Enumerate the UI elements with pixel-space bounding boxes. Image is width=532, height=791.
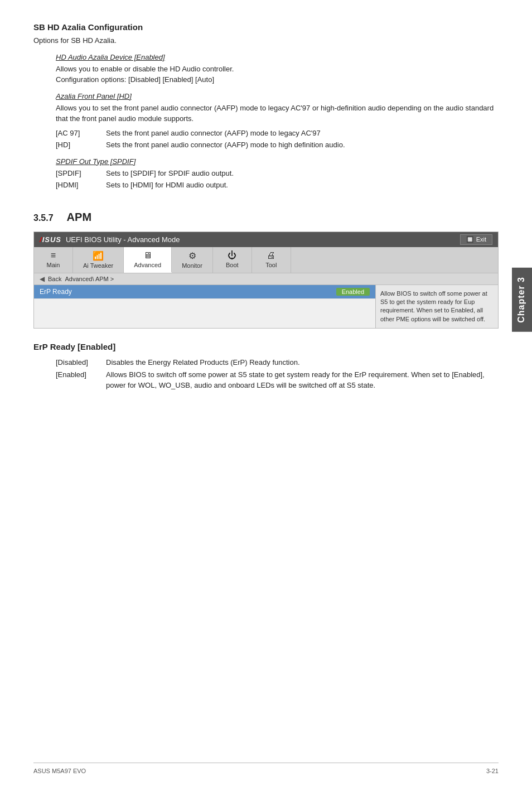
breadcrumb-path: Advanced\ APM > [65, 276, 114, 282]
azalia-ac97-desc: Sets the front panel audio connector (AA… [106, 128, 499, 139]
chapter-label: Chapter 3 [516, 277, 526, 323]
erp-enabled-desc: Allows BIOS to switch off some power at … [106, 369, 499, 391]
azalia-hd-key: [HD] [56, 139, 106, 151]
azalia-front-panel-desc: Allows you to set the front panel audio … [56, 103, 499, 124]
boot-icon: ⏻ [228, 250, 236, 261]
monitor-icon: ⚙ [188, 250, 196, 261]
erp-ready-menu-label: ErP Ready [40, 288, 72, 296]
bios-help-text: Allow BIOS to switch off some power at S… [375, 285, 498, 329]
erp-enabled-key: [Enabled] [56, 369, 106, 391]
erp-disabled-option: [Disabled] Disables the Energy Related P… [56, 357, 499, 368]
exit-label: Exit [476, 236, 486, 243]
bios-tabs: ≡ Main 📶 Ai Tweaker 🖥 Advanced ⚙ Monitor… [34, 247, 498, 273]
bios-title-left: /ISUS UEFI BIOS Utility - Advanced Mode [40, 235, 180, 244]
tab-monitor[interactable]: ⚙ Monitor [172, 247, 213, 273]
azalia-hd-option: [HD] Sets the front panel audio connecto… [56, 139, 499, 151]
tab-boot[interactable]: ⏻ Boot [213, 247, 252, 273]
chapter-tab: Chapter 3 [512, 268, 532, 332]
tab-main-label: Main [47, 262, 60, 268]
tab-main[interactable]: ≡ Main [34, 247, 73, 273]
hdmi-desc: Sets to [HDMI] for HDMI audio output. [106, 180, 499, 191]
tab-tool-label: Tool [265, 262, 277, 268]
erp-enabled-option: [Enabled] Allows BIOS to switch off some… [56, 369, 499, 391]
tab-ai-tweaker-label: Ai Tweaker [83, 262, 113, 269]
bios-content: ErP Ready Enabled Allow BIOS to switch o… [34, 285, 498, 329]
tab-ai-tweaker[interactable]: 📶 Ai Tweaker [73, 247, 124, 273]
main-icon: ≡ [51, 250, 56, 261]
section-357-header: 3.5.7 APM [33, 211, 499, 224]
tab-advanced[interactable]: 🖥 Advanced [124, 247, 172, 273]
sb-hd-azalia-subtitle: Options for SB HD Azalia. [33, 35, 499, 46]
erp-ready-menu-item[interactable]: ErP Ready Enabled [34, 285, 375, 299]
section-357-title: APM [67, 211, 91, 224]
bios-exit-button[interactable]: 🔲 Exit [460, 234, 492, 245]
erp-ready-menu-value: Enabled [336, 288, 370, 296]
bios-ui: /ISUS UEFI BIOS Utility - Advanced Mode … [33, 231, 499, 329]
hdmi-option: [HDMI] Sets to [HDMI] for HDMI audio out… [56, 180, 499, 191]
hdmi-key: [HDMI] [56, 180, 106, 191]
advanced-icon: 🖥 [143, 250, 152, 261]
bios-titlebar: /ISUS UEFI BIOS Utility - Advanced Mode … [34, 232, 498, 247]
azalia-front-panel-label: Azalia Front Panel [HD] [56, 92, 499, 100]
section-357-num: 3.5.7 [33, 213, 54, 223]
tab-tool[interactable]: 🖨 Tool [252, 247, 291, 273]
bios-menu: ErP Ready Enabled [34, 285, 375, 329]
bios-title-text: UEFI BIOS Utility - Advanced Mode [66, 235, 180, 244]
exit-icon: 🔲 [466, 236, 474, 243]
ai-tweaker-icon: 📶 [93, 250, 104, 261]
tab-advanced-label: Advanced [134, 262, 161, 268]
spdif-out-type-label: SPDIF Out Type [SPDIF] [56, 157, 499, 166]
sb-hd-azalia-title: SB HD Azalia Configuration [33, 22, 499, 32]
back-arrow-icon: ◀ [40, 275, 45, 283]
azalia-hd-desc: Sets the front panel audio connector (AA… [106, 139, 499, 151]
azalia-ac97-key: [AC 97] [56, 128, 106, 139]
page-container: SB HD Azalia Configuration Options for S… [0, 0, 532, 791]
spdif-key: [SPDIF] [56, 168, 106, 179]
spdif-option: [SPDIF] Sets to [SPDIF] for SPDIF audio … [56, 168, 499, 179]
erp-disabled-key: [Disabled] [56, 357, 106, 368]
erp-disabled-desc: Disables the Energy Related Products (Er… [106, 357, 499, 368]
hd-audio-device-label: HD Audio Azalia Device [Enabled] [56, 53, 499, 61]
asus-logo: /ISUS [40, 235, 61, 244]
hd-audio-device-desc: Allows you to enable or disable the HD A… [56, 64, 499, 85]
tool-icon: 🖨 [267, 250, 275, 261]
bios-breadcrumb: ◀ Back Advanced\ APM > [34, 273, 498, 285]
tab-monitor-label: Monitor [182, 262, 202, 269]
footer-left: ASUS M5A97 EVO [33, 768, 86, 774]
back-label[interactable]: Back [48, 276, 61, 282]
page-footer: ASUS M5A97 EVO 3-21 [33, 763, 499, 774]
azalia-ac97-option: [AC 97] Sets the front panel audio conne… [56, 128, 499, 139]
spdif-desc: Sets to [SPDIF] for SPDIF audio output. [106, 168, 499, 179]
footer-right: 3-21 [486, 768, 499, 774]
tab-boot-label: Boot [226, 262, 239, 268]
erp-ready-title: ErP Ready [Enabled] [33, 342, 499, 351]
